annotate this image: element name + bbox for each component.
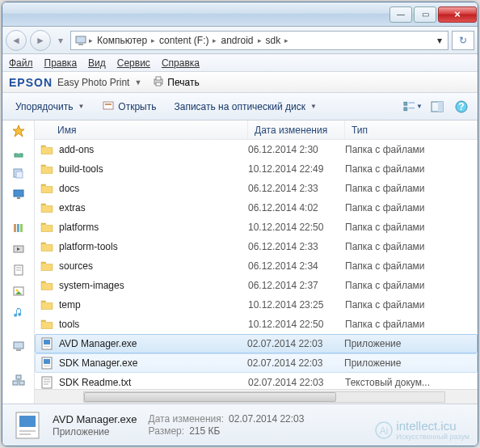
folder-icon xyxy=(40,298,54,312)
breadcrumb-segment[interactable]: content (F:) xyxy=(157,35,211,46)
network-icon[interactable] xyxy=(11,373,27,387)
file-name: SDK Readme.txt xyxy=(59,377,131,388)
file-row[interactable]: docs06.12.2014 2:33Папка с файлами xyxy=(35,179,478,198)
file-date: 10.12.2014 23:25 xyxy=(248,299,345,311)
svg-rect-8 xyxy=(409,102,415,103)
file-type: Папка с файлами xyxy=(345,280,478,291)
svg-rect-49 xyxy=(19,416,36,427)
file-type: Папка с файлами xyxy=(345,319,478,330)
chevron-right-icon: ▸ xyxy=(213,36,217,44)
svg-rect-42 xyxy=(44,359,50,364)
horizontal-scrollbar[interactable] xyxy=(35,389,478,404)
documents-icon[interactable] xyxy=(11,263,27,277)
close-button[interactable]: × xyxy=(438,6,477,23)
file-row[interactable]: tools10.12.2014 22:50Папка с файлами xyxy=(35,315,478,334)
addr-dropdown[interactable]: ▾ xyxy=(435,35,444,46)
file-list[interactable]: add-ons06.12.2014 2:30Папка с файламиbui… xyxy=(35,140,478,389)
file-row[interactable]: AVD Manager.exe02.07.2014 22:03Приложени… xyxy=(35,334,478,353)
breadcrumb-segment[interactable]: android xyxy=(218,35,255,46)
nav-pane[interactable] xyxy=(2,120,35,404)
address-bar[interactable]: ▸ Компьютер ▸ content (F:) ▸ android ▸ s… xyxy=(70,31,448,50)
explorer-window: — ▭ × ◄ ► ▾ ▸ Компьютер ▸ content (F:) ▸… xyxy=(2,2,478,446)
pictures-icon[interactable] xyxy=(11,284,27,298)
column-name[interactable]: Имя xyxy=(35,120,248,139)
svg-rect-39 xyxy=(44,340,50,344)
folder-icon xyxy=(40,162,54,176)
file-row[interactable]: platform-tools06.12.2014 2:33Папка с фай… xyxy=(35,237,478,256)
favorites-icon[interactable] xyxy=(11,124,27,138)
burn-button[interactable]: Записать на оптический диск▼ xyxy=(167,98,322,116)
command-bar: Упорядочить▼ Открыть Записать на оптичес… xyxy=(2,93,478,120)
file-date: 06.12.2014 2:33 xyxy=(248,183,345,194)
epson-text: Easy Photo Print xyxy=(57,77,129,88)
computer-icon[interactable] xyxy=(11,339,27,353)
details-file-icon xyxy=(11,408,44,442)
epson-dropdown[interactable]: ▼ xyxy=(134,78,141,87)
organize-button[interactable]: Упорядочить▼ xyxy=(9,98,91,116)
svg-text:?: ? xyxy=(458,101,464,112)
epson-print-button[interactable]: Печать xyxy=(146,72,204,92)
menu-help[interactable]: Справка xyxy=(162,57,200,69)
file-date: 10.12.2014 22:49 xyxy=(248,163,345,175)
file-row[interactable]: temp10.12.2014 23:25Папка с файлами xyxy=(35,295,478,315)
libraries-icon[interactable] xyxy=(11,221,27,235)
file-date: 10.12.2014 22:50 xyxy=(248,319,345,330)
svg-rect-16 xyxy=(15,154,23,157)
file-row[interactable]: system-images06.12.2014 2:37Папка с файл… xyxy=(35,276,478,295)
forward-button[interactable]: ► xyxy=(30,30,51,51)
file-date: 02.07.2014 22:03 xyxy=(247,338,344,349)
svg-rect-12 xyxy=(438,102,443,112)
txt-icon xyxy=(40,375,54,389)
file-date: 06.12.2014 2:37 xyxy=(248,280,345,291)
menu-tools[interactable]: Сервис xyxy=(117,57,150,69)
menu-edit[interactable]: Правка xyxy=(44,57,78,69)
breadcrumb-segment[interactable]: sdk xyxy=(263,35,284,46)
titlebar[interactable]: — ▭ × xyxy=(2,2,478,27)
file-row[interactable]: sources06.12.2014 2:34Папка с файлами xyxy=(35,256,478,276)
file-row[interactable]: SDK Manager.exe02.07.2014 22:03Приложени… xyxy=(35,353,478,373)
file-row[interactable]: SDK Readme.txt02.07.2014 22:03Текстовый … xyxy=(35,373,478,389)
file-date: 02.07.2014 22:03 xyxy=(248,377,345,388)
file-row[interactable]: add-ons06.12.2014 2:30Папка с файлами xyxy=(35,140,478,159)
svg-rect-23 xyxy=(20,224,23,232)
view-options-button[interactable]: ▼ xyxy=(403,97,423,116)
column-date[interactable]: Дата изменения xyxy=(248,120,345,139)
back-button[interactable]: ◄ xyxy=(6,30,27,51)
menu-bar: Файл Правка Вид Сервис Справка xyxy=(2,54,478,72)
folder-icon xyxy=(40,181,54,196)
open-button[interactable]: Открыть xyxy=(95,95,162,117)
videos-icon[interactable] xyxy=(11,242,27,256)
file-row[interactable]: extras06.12.2014 4:02Папка с файлами xyxy=(35,198,478,218)
file-type: Папка с файлами xyxy=(345,144,478,155)
downloads-icon[interactable] xyxy=(11,145,27,159)
folder-icon xyxy=(40,142,54,157)
music-icon[interactable] xyxy=(11,305,27,319)
breadcrumb-segment[interactable]: Компьютер xyxy=(95,35,149,46)
preview-pane-button[interactable] xyxy=(427,97,447,116)
file-pane: Имя Дата изменения Тип add-ons06.12.2014… xyxy=(35,120,478,404)
svg-rect-33 xyxy=(16,349,21,351)
scrollbar-thumb[interactable] xyxy=(84,392,336,402)
file-name: system-images xyxy=(59,280,124,291)
svg-rect-50 xyxy=(19,430,36,432)
folder-icon xyxy=(40,259,54,273)
desktop-icon[interactable] xyxy=(11,187,27,201)
maximize-button[interactable]: ▭ xyxy=(414,6,436,23)
details-date: 02.07.2014 22:03 xyxy=(229,413,304,425)
menu-file[interactable]: Файл xyxy=(9,57,33,69)
recent-icon[interactable] xyxy=(11,166,27,180)
refresh-button[interactable]: ↻ xyxy=(452,31,474,50)
svg-marker-15 xyxy=(13,125,24,137)
help-button[interactable]: ? xyxy=(452,97,471,116)
file-type: Папка с файлами xyxy=(345,222,478,233)
file-row[interactable]: build-tools10.12.2014 22:49Папка с файла… xyxy=(35,159,478,179)
menu-view[interactable]: Вид xyxy=(88,57,106,69)
chevron-right-icon: ▸ xyxy=(284,36,288,44)
svg-text:Ai: Ai xyxy=(380,425,389,437)
file-row[interactable]: platforms10.12.2014 22:50Папка с файлами xyxy=(35,218,478,237)
minimize-button[interactable]: — xyxy=(389,6,412,23)
history-dropdown[interactable]: ▾ xyxy=(54,30,67,51)
column-type[interactable]: Тип xyxy=(345,120,478,139)
computer-icon xyxy=(74,34,87,47)
file-date: 10.12.2014 22:50 xyxy=(248,222,345,233)
